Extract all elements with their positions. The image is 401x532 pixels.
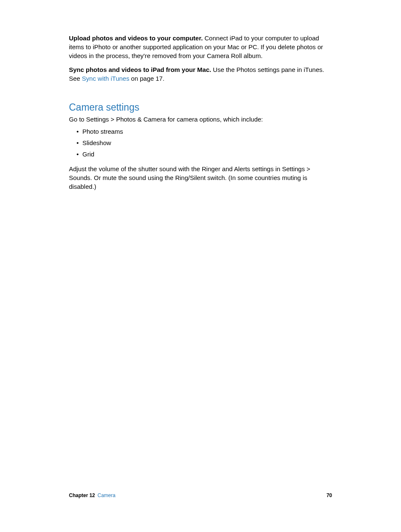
footer-left: Chapter 12 Camera (69, 492, 116, 499)
paragraph-goto-settings: Go to Settings > Photos & Camera for cam… (69, 115, 332, 124)
list-item: Grid (77, 150, 332, 159)
footer-chapter-label: Chapter 12 (69, 492, 95, 499)
footer-chapter-title: Camera (98, 492, 116, 499)
page-content: Upload photos and videos to your compute… (0, 0, 401, 191)
list-item: Slideshow (77, 138, 332, 147)
link-sync-itunes[interactable]: Sync with iTunes (82, 75, 129, 82)
bold-lead-upload: Upload photos and videos to your compute… (69, 34, 203, 42)
paragraph-upload: Upload photos and videos to your compute… (69, 34, 332, 60)
bold-lead-sync: Sync photos and videos to iPad from your… (69, 66, 211, 73)
text-sync-after: on page 17. (129, 75, 164, 82)
paragraph-sync: Sync photos and videos to iPad from your… (69, 65, 332, 83)
paragraph-adjust-volume: Adjust the volume of the shutter sound w… (69, 164, 332, 191)
page-footer: Chapter 12 Camera 70 (0, 492, 401, 499)
list-item: Photo streams (77, 127, 332, 136)
bullet-list-options: Photo streams Slideshow Grid (69, 127, 332, 159)
heading-camera-settings: Camera settings (69, 101, 332, 114)
footer-page-number: 70 (327, 492, 332, 499)
